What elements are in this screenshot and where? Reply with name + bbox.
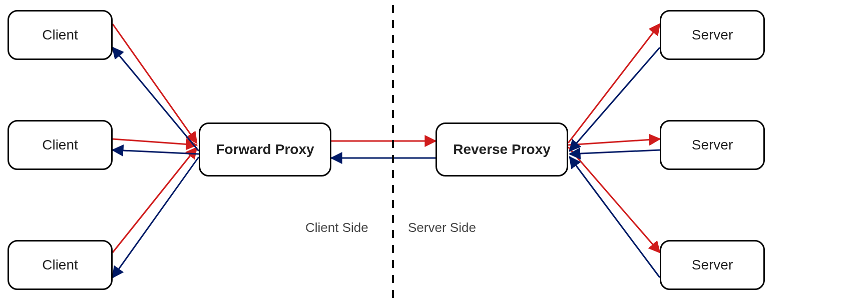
svg-line-8 [568,24,660,143]
client-side-label: Client Side [305,220,368,236]
forward-proxy-node: Forward Proxy [199,122,331,176]
server-node-2: Server [660,120,765,170]
reverse-proxy-node: Reverse Proxy [436,122,568,176]
svg-line-11 [570,48,660,151]
server-label: Server [692,257,733,273]
server-node-3: Server [660,240,765,290]
svg-line-9 [568,139,660,145]
server-label: Server [692,27,733,43]
server-node-1: Server [660,10,765,60]
svg-line-12 [570,150,660,154]
server-label: Server [692,137,733,153]
svg-line-4 [113,150,199,154]
client-label: Client [42,137,78,153]
server-side-label: Server Side [408,220,476,236]
forward-proxy-label: Forward Proxy [216,142,314,158]
client-node-2: Client [8,120,113,170]
reverse-proxy-label: Reverse Proxy [453,142,551,158]
svg-line-0 [113,24,197,143]
svg-line-10 [568,147,660,252]
svg-line-13 [570,157,660,278]
client-label: Client [42,257,78,273]
svg-line-5 [113,157,199,278]
svg-line-3 [113,48,199,151]
svg-line-2 [113,148,197,252]
client-node-1: Client [8,10,113,60]
client-label: Client [42,27,78,43]
svg-line-1 [113,139,197,145]
client-node-3: Client [8,240,113,290]
proxy-diagram: Client Client Client Forward Proxy Rever… [0,0,868,305]
